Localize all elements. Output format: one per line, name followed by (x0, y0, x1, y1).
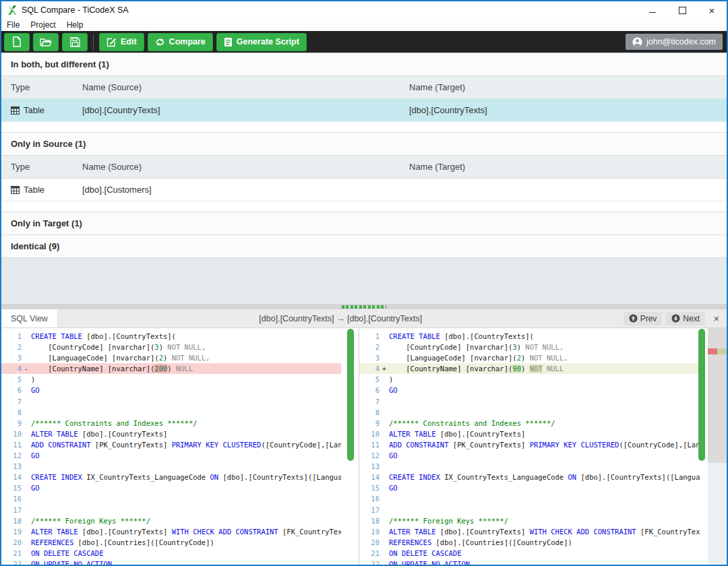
line-number: 11 (359, 439, 380, 450)
column-header-target[interactable]: Name (Target) (409, 82, 727, 92)
generate-script-button[interactable]: Generate Script (216, 33, 307, 51)
code-text: CREATE INDEX IX_CountryTexts_LanguageCod… (31, 472, 341, 482)
minimize-button[interactable] (638, 1, 667, 19)
results-area: In both, but different (1)TypeName (Sour… (1, 53, 727, 304)
next-diff-button[interactable]: Next (666, 312, 705, 325)
code-line: 8 (1, 407, 341, 418)
row-type-label: Table (24, 185, 44, 195)
diff-overview-ruler[interactable] (708, 328, 727, 565)
sql-view-bar: SQL View [dbo].[CountryTexts] → [dbo].[C… (1, 309, 727, 328)
line-number: 7 (359, 396, 380, 407)
code-line: 3 [LanguageCode] [nvarchar](2) NOT NULL, (1, 352, 341, 363)
line-number: 12 (359, 450, 380, 461)
code-line: 20REFERENCES [dbo].[Countries]([CountryC… (359, 537, 700, 548)
compare-button[interactable]: Compare (148, 33, 213, 51)
left-code-editor[interactable]: 1CREATE TABLE [dbo].[CountryTexts](2 [Co… (1, 328, 341, 565)
line-number: 17 (1, 505, 22, 515)
close-sql-view-button[interactable]: × (709, 313, 724, 324)
code-text: /****** Constraints and Indexes ******/ (389, 418, 700, 429)
code-line: 3 [LanguageCode] [nvarchar](2) NOT NULL, (359, 352, 700, 363)
line-number: 6 (359, 385, 380, 396)
code-text: REFERENCES [dbo].[Countries]([CountryCod… (389, 537, 700, 548)
open-folder-icon (40, 37, 52, 46)
line-number: 13 (359, 461, 380, 472)
line-number: 16 (1, 493, 22, 504)
code-text: GO (31, 450, 341, 461)
save-icon (70, 37, 80, 47)
table-row[interactable]: Table[dbo].[Customers] (1, 179, 727, 201)
menu-help[interactable]: Help (67, 20, 84, 30)
app-logo-icon (7, 5, 18, 15)
prev-diff-button[interactable]: Prev (624, 312, 663, 325)
code-text: GO (389, 482, 700, 493)
code-text: GO (389, 385, 700, 396)
code-line: 6GO (359, 385, 700, 396)
left-pane-scrollbar[interactable] (347, 329, 354, 461)
code-text: ) (389, 374, 700, 385)
code-text: ADD CONSTRAINT [PK_CountryTexts] PRIMARY… (31, 439, 341, 450)
menu-file[interactable]: File (7, 20, 20, 30)
code-text: /****** Constraints and Indexes ******/ (31, 418, 341, 429)
section-header-1[interactable]: Only in Source (1) (1, 132, 727, 156)
prev-button-label: Prev (640, 314, 657, 323)
user-email: john@ticodex.com (646, 37, 716, 46)
pane-splitter[interactable] (1, 304, 727, 309)
column-header-target[interactable]: Name (Target) (409, 162, 727, 172)
column-header-source[interactable]: Name (Source) (82, 162, 409, 172)
code-text: [LanguageCode] [nvarchar](2) NOT NULL, (31, 352, 341, 363)
code-line: 16 (359, 493, 700, 504)
column-header-type[interactable]: Type (1, 82, 82, 92)
line-number: 9 (359, 418, 380, 429)
column-header-type[interactable]: Type (1, 162, 82, 172)
line-number: 14 (359, 472, 380, 482)
new-file-button[interactable] (4, 33, 30, 51)
maximize-button[interactable] (667, 1, 697, 19)
close-button[interactable]: × (697, 1, 727, 19)
code-text: /****** Foreign Keys ******/ (389, 515, 700, 526)
line-number: 5 (1, 374, 22, 385)
left-pane[interactable]: 1CREATE TABLE [dbo].[CountryTexts](2 [Co… (1, 328, 359, 565)
code-line: 8 (359, 407, 700, 418)
table-row[interactable]: Table[dbo].[CountryTexts][dbo].[CountryT… (1, 99, 727, 122)
line-number: 4 (1, 363, 22, 374)
code-line: 11ADD CONSTRAINT [PK_CountryTexts] PRIMA… (1, 439, 341, 450)
open-file-button[interactable] (33, 33, 59, 51)
section-header-0[interactable]: In both, but different (1) (1, 53, 727, 76)
save-file-button[interactable] (62, 33, 88, 51)
line-number: 2 (1, 342, 22, 352)
section-header-2[interactable]: Only in Target (1) (1, 212, 727, 235)
code-line: 10ALTER TABLE [dbo].[CountryTexts] (359, 429, 700, 439)
right-pane-scrollbar[interactable] (698, 329, 705, 461)
right-code-editor[interactable]: 1CREATE TABLE [dbo].[CountryTexts](2 [Co… (359, 328, 700, 565)
code-line: 12GO (359, 450, 700, 461)
column-header-source[interactable]: Name (Source) (82, 82, 409, 92)
user-account-button[interactable]: john@ticodex.com (626, 34, 723, 50)
code-line: 18/****** Foreign Keys ******/ (359, 515, 700, 526)
code-text: /****** Foreign Keys ******/ (31, 515, 341, 526)
menu-bar: File Project Help (1, 19, 727, 31)
line-number: 22 (1, 559, 22, 565)
code-line: 4+ [CountryName] [nvarchar](90) NOT NULL (359, 363, 700, 374)
edit-button[interactable]: Edit (99, 33, 144, 51)
code-line: 7 (359, 396, 700, 407)
column-header-row: TypeName (Source)Name (Target) (1, 156, 727, 179)
compare-button-label: Compare (169, 37, 206, 46)
menu-project[interactable]: Project (30, 20, 55, 30)
column-header-row: TypeName (Source)Name (Target) (1, 76, 727, 99)
line-number: 4 (359, 363, 380, 374)
code-text: ADD CONSTRAINT [PK_CountryTexts] PRIMARY… (389, 439, 700, 450)
code-line: 17 (359, 505, 700, 515)
code-line: 9/****** Constraints and Indexes ******/ (1, 418, 341, 429)
code-text: ON UPDATE NO ACTION (31, 559, 341, 565)
tab-sql-view[interactable]: SQL View (1, 309, 58, 327)
minimize-icon (649, 11, 656, 13)
splitter-handle-icon (342, 305, 386, 309)
right-pane[interactable]: 1CREATE TABLE [dbo].[CountryTexts](2 [Co… (359, 328, 727, 565)
table-icon (11, 186, 20, 194)
section-header-3[interactable]: Identical (9) (1, 234, 727, 258)
diff-object-title: [dbo].[CountryTexts] → [dbo].[CountryTex… (58, 314, 624, 323)
code-line: 20REFERENCES [dbo].[Countries]([CountryC… (1, 537, 341, 548)
code-line: 5) (359, 374, 700, 385)
line-number: 18 (1, 515, 22, 526)
line-number: 10 (359, 429, 380, 439)
